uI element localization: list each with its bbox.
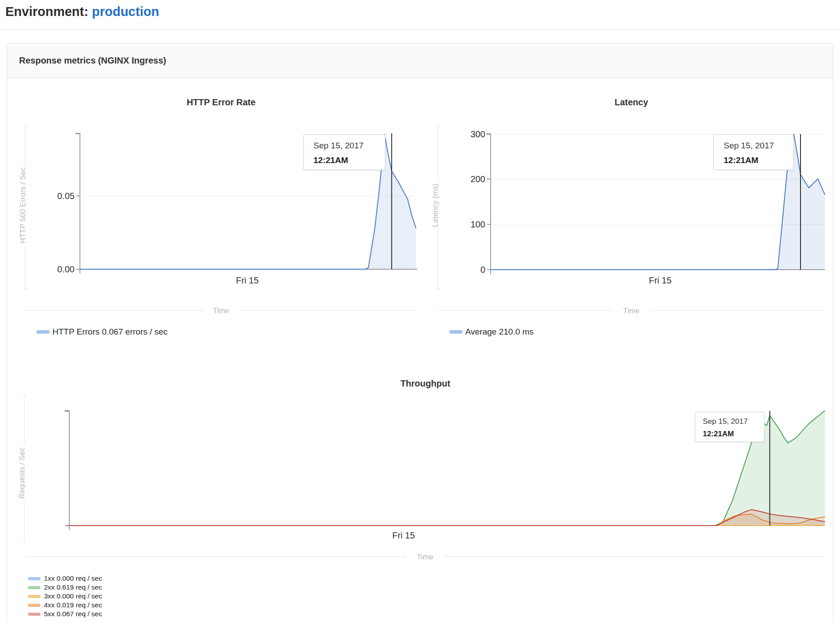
legend-swatch [28, 595, 40, 598]
legend-label: 1xx 0.000 req / sec [44, 574, 102, 582]
y-axis-label: Requests / Sec [18, 447, 26, 499]
legend-label: 5xx 0.067 req / sec [44, 610, 102, 618]
tooltip-time: 12:21AM [724, 155, 793, 166]
axis-top-cap [65, 410, 69, 412]
latency-tooltip: Sep 15, 2017 12:21AM [713, 134, 794, 170]
legend-swatch [28, 613, 40, 616]
legend-label: 3xx 0.000 req / sec [44, 592, 102, 600]
x-tick-label: Fri 15 [392, 530, 415, 540]
throughput-tooltip: Sep 15, 2017 12:21AM [695, 412, 765, 442]
legend-swatch [449, 330, 463, 334]
tooltip-time: 12:21AM [703, 429, 764, 439]
legend-label: 4xx 0.019 req / sec [44, 601, 102, 609]
legend-swatch [28, 586, 40, 589]
y-axis-label: Latency (ms) [431, 183, 440, 227]
throughput-chart: Throughput Requests / Sec Fri 15 Time [18, 379, 825, 561]
y-tick-label: 200 [471, 174, 485, 184]
tooltip-date: Sep 15, 2017 [313, 140, 385, 151]
y-axis-label: HTTP 500 Errors / Sec [19, 167, 27, 243]
x-axis-label: Time [213, 307, 229, 315]
tooltip-date: Sep 15, 2017 [724, 140, 793, 151]
latency-chart: Latency Latency (ms) 300 200 100 0 Fri 1… [431, 97, 825, 315]
chart-title: HTTP Error Rate [186, 97, 255, 107]
legend-swatch [28, 604, 40, 607]
legend-swatch [36, 330, 50, 334]
x-axis-label: Time [623, 307, 639, 315]
x-axis-label: Time [416, 553, 433, 561]
charts-canvas: HTTP Error Rate HTTP 500 Errors / Sec 0.… [0, 0, 840, 622]
chart-title: Throughput [400, 379, 451, 388]
tooltip-time: 12:21AM [313, 155, 385, 166]
tooltip-date: Sep 15, 2017 [703, 417, 764, 426]
axis-top-cap [75, 133, 80, 134]
y-tick-label: 100 [471, 219, 485, 229]
x-tick-label: Fri 15 [236, 275, 258, 285]
legend-label: HTTP Errors 0.067 errors / sec [52, 327, 167, 337]
legend-item-4xx: 4xx 0.019 req / sec [28, 601, 102, 610]
http-error-rate-chart: HTTP Error Rate HTTP 500 Errors / Sec 0.… [19, 97, 417, 315]
y-tick-label: 0.05 [57, 191, 75, 201]
legend-label: Average 210.0 ms [465, 327, 534, 337]
legend-label: 2xx 0.619 req / sec [44, 583, 102, 591]
http-error-legend: HTTP Errors 0.067 errors / sec [36, 327, 167, 337]
http-error-tooltip: Sep 15, 2017 12:21AM [303, 134, 385, 170]
legend-item-3xx: 3xx 0.000 req / sec [28, 592, 102, 601]
x-tick-label: Fri 15 [649, 275, 671, 285]
latency-legend: Average 210.0 ms [449, 327, 534, 337]
legend-item-2xx: 2xx 0.619 req / sec [28, 583, 102, 592]
y-tick-label: 0 [480, 265, 485, 275]
chart-title: Latency [614, 97, 648, 107]
y-tick-label: 0.00 [57, 264, 75, 274]
legend-item-1xx: 1xx 0.000 req / sec [28, 574, 102, 583]
legend-swatch [28, 577, 40, 580]
y-tick-label: 300 [471, 129, 485, 139]
throughput-legend: 1xx 0.000 req / sec 2xx 0.619 req / sec … [28, 574, 102, 618]
legend-item-5xx: 5xx 0.067 req / sec [28, 610, 102, 618]
